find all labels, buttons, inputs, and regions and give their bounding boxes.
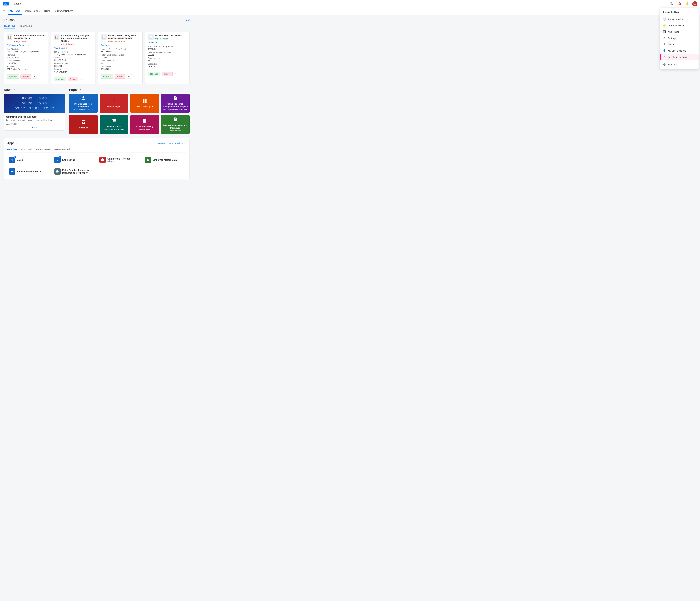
header-title-area[interactable]: Home ▾	[12, 2, 21, 5]
target-icon[interactable]: 🎯	[677, 1, 682, 6]
app-finder-icon: 🔲	[663, 30, 666, 33]
apps-tab-favorites[interactable]: Favorites	[7, 147, 17, 152]
page-tile-sales-resource-mgmt[interactable]: Sales Resource Management for Projects S…	[161, 94, 190, 113]
tab-tasks[interactable]: Tasks (45)	[4, 23, 15, 29]
nav-item-my-home[interactable]: My Home	[8, 8, 22, 15]
task-card-2-reject-button[interactable]: Reject	[68, 77, 78, 81]
page-tile-sales-processing[interactable]: Sales Processing Internal Sales	[130, 115, 159, 134]
task-card-4-link[interactable]: Purchaser	[148, 42, 187, 44]
apps-tab-most-used[interactable]: Most Used	[21, 147, 32, 152]
task-card-2-value-3: Alain Chevalier	[54, 71, 93, 73]
page-tile-my-business-role[interactable]: My Business Role Assignment DLM - Intern…	[69, 94, 98, 113]
nav-item-billing[interactable]: Billing	[42, 8, 53, 15]
task-card-2-value-0: Trading Good 0015, PD, Regular Proc.	[54, 53, 93, 56]
sap-logo-area[interactable]: SAP	[3, 2, 11, 5]
app-item-commercial-projects[interactable]: Commercial Projects Advanced	[98, 155, 141, 165]
page-tile-title-my-business-role: My Business Role Assignment	[71, 103, 96, 108]
tab-situations[interactable]: Situations (20)	[19, 23, 33, 29]
task-card-3-more-button[interactable]: •••	[127, 74, 132, 79]
hamburger-menu-icon[interactable]: ☰	[3, 9, 5, 13]
app-item-reports-dashboards[interactable]: Reports & Dashboards	[7, 167, 51, 176]
task-card-3-header: 📋 Release Service Entry Sheet 0000000989…	[101, 34, 140, 43]
task-card-3-icon: 📋	[101, 34, 107, 40]
apps-tab-recommended[interactable]: Recommended	[54, 147, 70, 152]
task-card-3-field-0-label: Name of Service Entry Sheet:	[101, 48, 140, 50]
news-section: News ▾ 07.42 54.48 58.76 35.76 59.17 16.…	[4, 88, 65, 134]
task-card-4-release-button[interactable]: Release	[148, 72, 160, 76]
news-dot-1[interactable]	[32, 127, 33, 128]
page-tile-icon-sales-resource-mgmt	[173, 96, 178, 101]
app-badge-sales: 5	[14, 156, 16, 159]
avatar[interactable]: EU	[692, 1, 697, 6]
news-section-header: News ▾	[4, 88, 65, 92]
app-item-enter-supplier-invoice[interactable]: Enter Supplier Invoice for Background Ve…	[53, 167, 96, 176]
page-tile-fiori-launchpad[interactable]: Fiori Launchpad	[130, 94, 159, 113]
task-card-3-reject-button[interactable]: Reject	[115, 74, 125, 79]
task-card-1-icon: 📋	[7, 34, 12, 40]
news-body: Sourcing and Procurement Discover the ne…	[4, 113, 65, 130]
task-card-1-more-button[interactable]: •••	[32, 74, 38, 79]
dropdown-username: Example User	[660, 9, 699, 16]
nav-label-my-home: My Home	[10, 10, 20, 12]
apps-chevron[interactable]: ▾	[16, 142, 17, 144]
refresh-icon[interactable]: ↻ 2	[185, 18, 190, 21]
news-chevron[interactable]: ▾	[14, 89, 15, 91]
page-tile-icon-sales-analytics	[112, 99, 116, 104]
app-item-employee-master-data[interactable]: Employee Master Data	[143, 155, 186, 165]
task-card-1-reject-button[interactable]: Reject	[21, 74, 31, 79]
page-tile-title-sales-resource-mgmt: Sales Resource Management for Projects	[162, 103, 188, 108]
dropdown-item-my-user-sessions[interactable]: 👤 My User Sessions	[660, 48, 699, 54]
task-card-4-reject-button[interactable]: Reject	[162, 72, 173, 76]
app-icon-commercial-projects	[99, 157, 106, 163]
dropdown-label-recent-activities: Recent Activities	[668, 18, 684, 21]
dropdown-item-app-finder[interactable]: 🔲 App Finder	[660, 29, 699, 35]
dropdown-item-recent-activities[interactable]: 🕐 Recent Activities	[660, 16, 699, 22]
task-card-3-release-button[interactable]: Release	[101, 74, 114, 79]
page-tile-sales-products[interactable]: Sales Products DLM - Internal SAP Tools	[100, 115, 128, 134]
task-card-2-more-button[interactable]: •••	[80, 77, 85, 81]
todos-section: To Dos ▾ ↻ 2 Tasks (45) Situations (20) …	[4, 18, 190, 84]
dropdown-item-sign-out[interactable]: ⏻ Sign Out	[660, 61, 699, 68]
search-icon[interactable]: 🔍	[669, 1, 674, 6]
app-badge-engineering: 5	[59, 156, 61, 159]
dropdown-item-about[interactable]: ℹ About	[660, 41, 699, 48]
task-card-2-approve-button[interactable]: Approve	[54, 77, 66, 81]
page-tile-icon-sales-products	[112, 119, 116, 124]
task-card-3-link[interactable]: Purchaser	[101, 44, 140, 46]
apps-grid: S 5 Sales E 5 Engineering	[7, 155, 186, 176]
page-tile-my-inbox[interactable]: My Inbox	[69, 115, 98, 134]
task-card-2-link[interactable]: Alain Chevalier	[54, 47, 93, 49]
task-card-1-link[interactable]: SAP System Processing	[7, 44, 46, 46]
page-tile-icon-sales-processing	[142, 119, 147, 124]
task-card-3: 📋 Release Service Entry Sheet 0000000989…	[98, 32, 143, 84]
user-dropdown: Example User 🕐 Recent Activities ⭐ Frequ…	[660, 8, 699, 69]
app-item-engineering[interactable]: E 5 Engineering	[53, 155, 96, 165]
page-tile-icon-fiori-launchpad	[142, 99, 147, 104]
dropdown-item-my-home-settings[interactable]: ✏ My Home Settings	[660, 54, 699, 60]
app-item-sales[interactable]: S 5 Sales	[7, 155, 51, 165]
dropdown-item-frequently-used[interactable]: ⭐ Frequently Used	[660, 22, 699, 29]
tab-situations-label: Situations (20)	[19, 25, 33, 27]
frequently-used-icon: ⭐	[663, 24, 666, 27]
nav-label-customer-returns: Customer Returns	[55, 10, 73, 12]
task-card-4-more-button[interactable]: •••	[174, 72, 179, 76]
page-tile-sales-commissions[interactable]: Sales Commissions and Incentives Interna…	[161, 115, 190, 134]
task-card-2-field-2-label: Requisition Date:	[54, 62, 93, 64]
import-apps-link[interactable]: ↻ Import Apps Now	[154, 142, 173, 145]
dropdown-label-frequently-used: Frequently Used	[668, 24, 684, 27]
news-card-title: Sourcing and Procurement	[6, 115, 63, 118]
dropdown-item-settings[interactable]: ⚙ Settings	[660, 35, 699, 41]
notification-icon[interactable]: 🔔	[684, 1, 690, 6]
apps-tab-recently-used[interactable]: Recently Used	[36, 147, 50, 152]
add-apps-link[interactable]: ↗ Add Apps	[175, 142, 186, 145]
task-card-1-approve-button[interactable]: Approve	[7, 74, 19, 79]
nav-item-customer-returns[interactable]: Customer Returns	[53, 8, 75, 15]
news-dot-2[interactable]	[34, 127, 35, 128]
pages-chevron[interactable]: ▾	[80, 89, 81, 91]
app-icon-reports-dashboards	[9, 168, 15, 175]
page-tile-sales-analytics[interactable]: Sales Analytics	[100, 94, 128, 113]
nav-item-internal-sales[interactable]: Internal Sales ▾	[22, 8, 42, 15]
todos-chevron[interactable]: ▾	[16, 19, 17, 21]
news-dot-3[interactable]	[36, 127, 38, 128]
page-tile-title-sales-processing: Sales Processing	[136, 125, 153, 128]
